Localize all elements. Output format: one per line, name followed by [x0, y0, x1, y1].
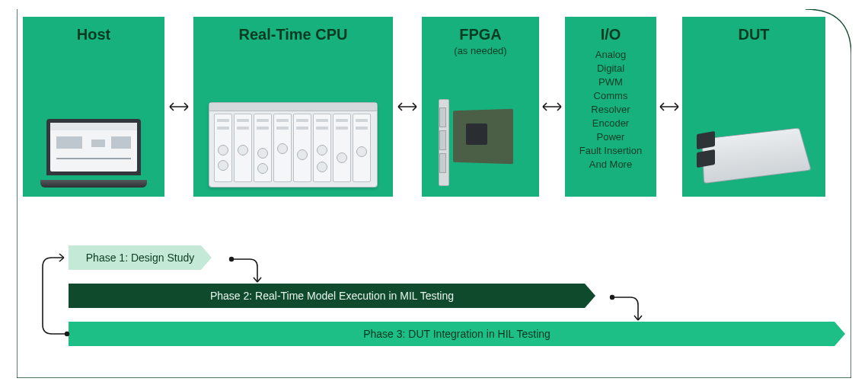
- svg-point-1: [610, 295, 614, 300]
- dut-illustration: [682, 119, 825, 188]
- io-list-item: Fault Insertion: [565, 144, 656, 158]
- phase-2-bar: Phase 2: Real-Time Model Execution in MI…: [69, 284, 595, 308]
- phase-zone: Phase 1: Design Study Phase 2: Real-Time…: [37, 245, 847, 360]
- io-list-item: Resolver: [565, 103, 656, 117]
- architecture-row: Host Real-Time CPU: [23, 17, 845, 236]
- io-list-item: Comms: [565, 89, 656, 103]
- phase-1-bar: Phase 1: Design Study: [69, 245, 212, 270]
- arrow-fpga-io: [539, 17, 565, 197]
- arrow-rt-fpga: [393, 17, 422, 197]
- panel-dut-title: DUT: [682, 17, 825, 43]
- panel-rt-title: Real-Time CPU: [193, 17, 393, 43]
- panel-dut: DUT: [682, 17, 825, 197]
- fpga-illustration: [422, 96, 539, 188]
- io-list-item: Digital: [565, 62, 656, 75]
- io-list: AnalogDigitalPWMCommsResolverEncoderPowe…: [565, 48, 656, 172]
- arrow-io-dut: [656, 17, 682, 197]
- io-list-item: Encoder: [565, 117, 656, 130]
- panel-realtime-cpu: Real-Time CPU: [193, 17, 393, 197]
- panel-io: I/O AnalogDigitalPWMCommsResolverEncoder…: [565, 17, 656, 197]
- io-list-item: PWM: [565, 75, 656, 89]
- panel-fpga-subtitle: (as needed): [422, 45, 539, 56]
- panel-host-title: Host: [23, 17, 164, 43]
- panel-host: Host: [23, 17, 164, 197]
- panel-io-title: I/O: [565, 17, 656, 43]
- host-illustration: [23, 119, 164, 188]
- io-list-item: And More: [565, 158, 656, 172]
- phase-3-bar: Phase 3: DUT Integration in HIL Testing: [69, 322, 845, 346]
- connector-loopback: [37, 245, 73, 346]
- rt-illustration: [193, 102, 393, 188]
- io-list-item: Analog: [565, 48, 656, 62]
- panel-fpga-title: FPGA: [422, 17, 539, 43]
- panel-fpga: FPGA (as needed): [422, 17, 539, 197]
- io-list-item: Power: [565, 130, 656, 144]
- arrow-host-rt: [164, 17, 193, 197]
- svg-point-0: [229, 257, 234, 261]
